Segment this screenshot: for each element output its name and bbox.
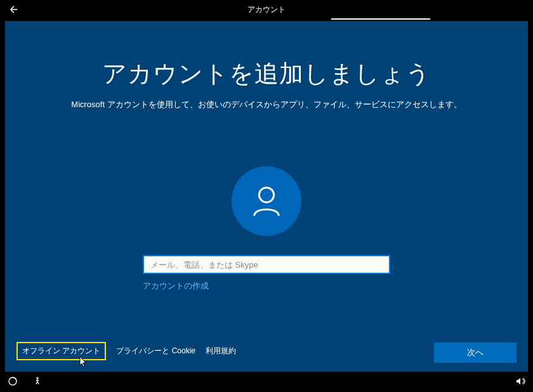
offline-account-link[interactable]: オフライン アカウント bbox=[16, 342, 106, 360]
page-heading: アカウントを追加しましょう bbox=[102, 58, 431, 90]
title-bar: アカウント bbox=[0, 0, 533, 19]
tab-title[interactable]: アカウント bbox=[247, 4, 286, 15]
footer-links: オフライン アカウント プライバシーと Cookie 利用規約 bbox=[16, 342, 236, 360]
accessibility-icon[interactable] bbox=[33, 376, 42, 389]
tab-underline bbox=[331, 18, 430, 20]
privacy-link[interactable]: プライバシーと Cookie bbox=[116, 346, 195, 356]
account-input[interactable] bbox=[143, 255, 390, 274]
user-avatar bbox=[232, 166, 301, 236]
terms-link[interactable]: 利用規約 bbox=[206, 346, 236, 356]
svg-point-0 bbox=[259, 188, 273, 202]
volume-icon[interactable] bbox=[515, 377, 525, 388]
svg-point-2 bbox=[37, 377, 38, 379]
next-button[interactable]: 次へ bbox=[434, 343, 517, 363]
taskbar bbox=[0, 373, 533, 392]
ease-of-access-icon[interactable] bbox=[8, 376, 18, 389]
create-account-link[interactable]: アカウントの作成 bbox=[143, 280, 390, 292]
user-icon bbox=[247, 181, 286, 221]
page-subtext: Microsoft アカウントを使用して、お使いのデバイスからアプリ、ファイル、… bbox=[71, 99, 461, 110]
back-button[interactable] bbox=[6, 2, 22, 17]
main-panel: アカウントを追加しましょう Microsoft アカウントを使用して、お使いのデ… bbox=[5, 21, 528, 372]
